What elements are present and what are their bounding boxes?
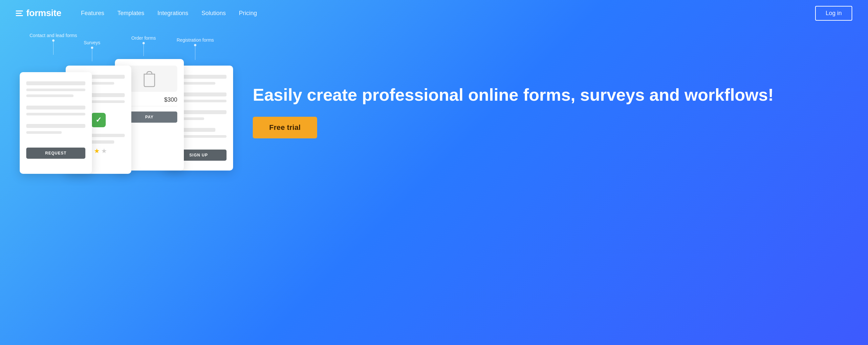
hero-text-area: Easily create professional online forms,… — [253, 84, 848, 138]
main-nav: Features Templates Integrations Solution… — [81, 10, 815, 17]
hero-section: Contact and lead forms Surveys Order for… — [0, 26, 868, 203]
request-button[interactable]: REQUEST — [26, 147, 85, 159]
checkbox-icon — [91, 113, 106, 127]
logo[interactable]: formsite — [16, 8, 61, 19]
price-value: $300 — [164, 96, 177, 103]
hero-heading: Easily create professional online forms,… — [253, 84, 848, 105]
login-button[interactable]: Log in — [815, 6, 852, 21]
label-registration: Registration forms — [177, 37, 214, 60]
nav-templates[interactable]: Templates — [118, 10, 145, 17]
card-contact: REQUEST — [20, 72, 92, 174]
star-4: ★ — [94, 147, 100, 155]
nav-pricing[interactable]: Pricing — [239, 10, 257, 17]
logo-icon — [16, 10, 23, 16]
star-5: ★ — [101, 147, 107, 155]
shopping-bag-icon — [142, 70, 157, 88]
free-trial-button[interactable]: Free trial — [253, 117, 317, 138]
label-contact: Contact and lead forms — [30, 33, 77, 55]
nav-features[interactable]: Features — [81, 10, 104, 17]
forms-illustration: Contact and lead forms Surveys Order for… — [20, 33, 233, 190]
nav-integrations[interactable]: Integrations — [158, 10, 188, 17]
brand-name: formsite — [26, 8, 61, 19]
label-order: Order forms — [131, 35, 156, 56]
nav-solutions[interactable]: Solutions — [202, 10, 226, 17]
label-survey: Surveys — [84, 40, 100, 61]
